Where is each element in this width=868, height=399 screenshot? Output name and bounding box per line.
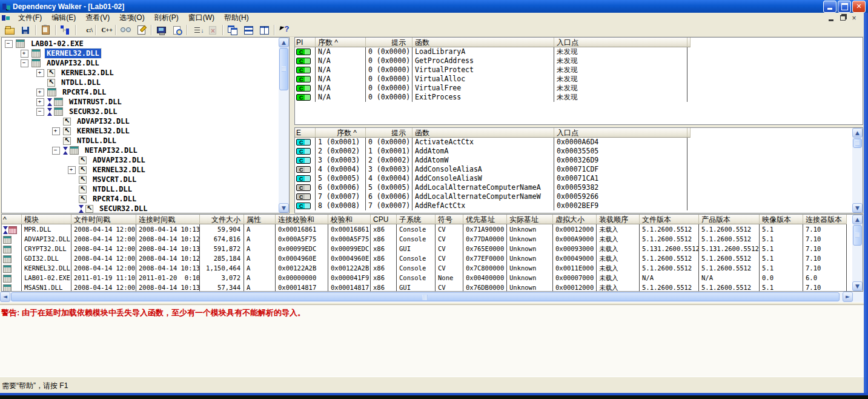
tile-horizontal-button[interactable] xyxy=(240,23,256,37)
column-header[interactable]: 映像版本 xyxy=(760,215,803,224)
module-row[interactable]: GDI32.DLL 2008-04-14 12:00 2008-04-14 10… xyxy=(2,253,863,263)
tree-item[interactable]: RPCRT4.DLL xyxy=(2,87,278,97)
toolbar-separator[interactable] xyxy=(33,24,38,36)
column-header[interactable]: 产品版本 xyxy=(699,215,760,224)
menu-item[interactable]: 窗口(W) xyxy=(184,13,219,23)
export-row[interactable]: C 3 (0x0003) 2 (0x0002) AddAtomW 0x00032… xyxy=(295,156,863,165)
tree-item[interactable]: KERNEL32.DLL xyxy=(2,126,278,136)
column-header[interactable]: E xyxy=(295,128,316,138)
tree-item[interactable]: NETAPI32.DLL xyxy=(2,146,278,155)
maximize-button[interactable] xyxy=(838,1,851,13)
menu-item[interactable]: 选项(O) xyxy=(114,13,149,23)
modules-vscrollbar[interactable]: ▲ ▼ xyxy=(852,215,863,291)
column-header[interactable]: 符号 xyxy=(436,215,463,224)
column-header[interactable]: 优先基址 xyxy=(463,215,507,224)
copy-button[interactable] xyxy=(38,23,53,37)
import-row[interactable]: C N/A 0 (0x0000) VirtualProtect 未发现 xyxy=(295,65,863,75)
tree-scroll-thumb[interactable] xyxy=(279,48,288,90)
menu-item[interactable]: 帮助(H) xyxy=(219,13,254,23)
tree-item[interactable]: NTDLL.DLL xyxy=(2,184,278,194)
toolbar-separator[interactable] xyxy=(185,24,189,36)
tree-item[interactable]: RPCRT4.DLL xyxy=(2,194,278,204)
export-row[interactable]: C 6 (0x0006) 5 (0x0005) AddLocalAlternat… xyxy=(295,183,863,192)
module-row[interactable]: KERNEL32.DLL 2008-04-14 12:00 2008-04-14… xyxy=(2,263,863,273)
mdi-close-button[interactable]: × xyxy=(849,14,859,22)
tree-scroll-down-button[interactable]: ▼ xyxy=(279,203,289,213)
module-row[interactable]: CRYPT32.DLL 2008-04-14 12:00 2008-04-14 … xyxy=(2,244,863,253)
tree-item[interactable]: ADVAPI32.DLL xyxy=(2,116,278,126)
import-row[interactable]: C N/A 0 (0x0000) LoadLibraryA 未发现 xyxy=(295,47,863,56)
column-header[interactable]: 文件时间戳 xyxy=(71,215,136,224)
mdi-minimize-button[interactable] xyxy=(826,14,836,22)
toolbar-separator[interactable] xyxy=(113,24,118,36)
column-header[interactable]: 序数 ^ xyxy=(316,128,366,138)
tree-item[interactable]: MSVCRT.DLL xyxy=(2,175,278,184)
tree-item[interactable]: WINTRUST.DLL xyxy=(2,97,278,107)
import-row[interactable]: C N/A 0 (0x0000) ExitProcess 未发现 xyxy=(295,93,863,102)
full-paths-button[interactable]: c:\ xyxy=(78,23,93,37)
hscrollbar[interactable]: ◄ ► xyxy=(0,292,864,302)
toolbar-separator[interactable] xyxy=(220,24,225,36)
column-header[interactable]: 连接时间戳 xyxy=(136,215,200,224)
tree-item[interactable]: KERNEL32.DLL xyxy=(2,165,278,175)
hscroll-thumb[interactable] xyxy=(11,292,840,301)
open-file-button[interactable] xyxy=(2,23,18,37)
toolbar-separator[interactable] xyxy=(73,24,78,36)
tree-expander[interactable] xyxy=(68,166,76,174)
refresh-disabled-button[interactable] xyxy=(205,23,220,37)
tree-item[interactable]: KERNEL32.DLL xyxy=(2,49,278,58)
undecorate-cpp-button[interactable]: C++ xyxy=(98,23,113,37)
tree-item[interactable]: SECUR32.DLL xyxy=(2,107,278,116)
import-row[interactable]: C N/A 0 (0x0000) VirtualFree 未发现 xyxy=(295,84,863,93)
exports-scroll-down-button[interactable]: ▼ xyxy=(852,203,863,213)
export-row[interactable]: C 4 (0x0004) 3 (0x0003) AddConsoleAliasA… xyxy=(295,165,863,174)
tree-item[interactable]: NTDLL.DLL xyxy=(2,136,278,146)
auto-expand-button[interactable] xyxy=(58,23,73,37)
import-row[interactable]: C N/A 0 (0x0000) GetProcAddress 未发现 xyxy=(295,56,863,65)
tree-expander[interactable] xyxy=(52,147,60,155)
column-header[interactable]: 子系统 xyxy=(397,215,436,224)
context-help-button[interactable] xyxy=(276,23,292,37)
save-button[interactable] xyxy=(18,23,33,37)
module-row[interactable]: MPR.DLL 2008-04-14 12:00 2008-04-14 10:1… xyxy=(2,224,863,234)
toolbar-separator[interactable] xyxy=(149,24,153,36)
menu-item[interactable]: 查看(V) xyxy=(81,13,114,23)
column-header[interactable]: 文件大小 xyxy=(200,215,244,224)
menu-item[interactable]: 剖析(P) xyxy=(150,13,184,23)
tree-item[interactable]: NTDLL.DLL xyxy=(2,78,278,87)
column-header[interactable]: 文件版本 xyxy=(640,215,699,224)
column-header[interactable]: 虚拟大小 xyxy=(553,215,597,224)
toolbar-separator[interactable] xyxy=(93,24,98,36)
exports-vscrollbar[interactable]: ▲ ▼ xyxy=(852,128,863,213)
column-header[interactable]: 模块 xyxy=(22,215,71,224)
module-row[interactable]: LAB01-02.EXE 2011-01-19 11:10 2011-01-20… xyxy=(2,273,863,283)
menu-item[interactable]: 编辑(E) xyxy=(47,13,81,23)
column-header[interactable]: 函数 xyxy=(412,128,554,138)
menu-item[interactable]: 文件(F) xyxy=(13,13,47,23)
tree-scroll-up-button[interactable]: ▲ xyxy=(279,38,289,47)
tree-item[interactable]: KERNEL32.DLL xyxy=(2,68,278,78)
tree-expander[interactable] xyxy=(21,59,28,67)
view-module-button[interactable] xyxy=(118,23,133,37)
column-header[interactable]: 实际基址 xyxy=(507,215,553,224)
tree-item[interactable]: ADVAPI32.DLL xyxy=(2,155,278,165)
tree-expander[interactable] xyxy=(36,69,44,77)
mdi-child-icon[interactable] xyxy=(1,14,10,22)
properties-button[interactable] xyxy=(133,23,149,37)
export-row[interactable]: C 2 (0x0002) 1 (0x0001) AddAtomA 0x00035… xyxy=(295,147,863,156)
column-header[interactable]: 函数 xyxy=(412,38,554,47)
column-header[interactable]: 校验和 xyxy=(328,215,371,224)
column-header[interactable] xyxy=(687,38,691,47)
column-header[interactable]: 入口点 xyxy=(554,38,687,47)
export-row[interactable]: C 1 (0x0001) 0 (0x0000) ActivateActCtx 0… xyxy=(295,138,863,147)
cascade-windows-button[interactable] xyxy=(225,23,240,37)
tree-expander[interactable] xyxy=(36,108,44,116)
column-header[interactable]: ^ xyxy=(2,215,22,224)
export-row[interactable]: C 8 (0x0008) 7 (0x0007) AddRefActCtx 0x0… xyxy=(295,201,863,210)
minimize-button[interactable] xyxy=(823,1,837,13)
system-info-button[interactable] xyxy=(153,23,169,37)
splitter[interactable] xyxy=(290,37,294,213)
import-row[interactable]: C N/A 0 (0x0000) VirtualAlloc 未发现 xyxy=(295,75,863,84)
column-header[interactable]: 入口点 xyxy=(554,128,687,138)
tree-expander[interactable] xyxy=(21,50,28,58)
